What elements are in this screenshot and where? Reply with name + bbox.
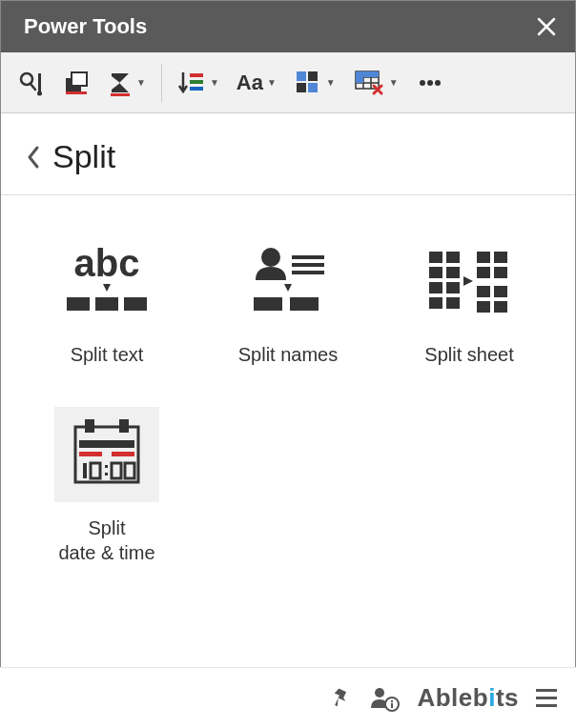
tile-label: Split text bbox=[71, 342, 144, 367]
svg-rect-36 bbox=[292, 271, 324, 274]
more-icon[interactable] bbox=[410, 62, 450, 104]
svg-rect-42 bbox=[429, 267, 442, 278]
svg-rect-63 bbox=[83, 463, 87, 478]
svg-rect-15 bbox=[308, 83, 318, 92]
svg-rect-61 bbox=[79, 452, 102, 456]
svg-marker-48 bbox=[463, 276, 473, 286]
tile-label: Split date & time bbox=[58, 516, 154, 565]
svg-point-25 bbox=[420, 80, 425, 86]
clear-icon[interactable]: ▼ bbox=[347, 62, 404, 104]
help-people-icon[interactable] bbox=[369, 685, 400, 712]
brand-logo[interactable]: Ablebits bbox=[417, 683, 519, 713]
footer: Ablebits bbox=[0, 667, 576, 728]
svg-point-27 bbox=[435, 80, 441, 86]
svg-marker-29 bbox=[103, 284, 111, 292]
svg-rect-14 bbox=[297, 83, 306, 92]
svg-marker-37 bbox=[284, 284, 292, 292]
titlebar: Power Tools bbox=[1, 1, 575, 52]
svg-rect-12 bbox=[297, 71, 306, 81]
svg-line-1 bbox=[31, 84, 35, 90]
svg-rect-55 bbox=[477, 301, 490, 313]
svg-rect-10 bbox=[190, 80, 203, 84]
chevron-down-icon: ▼ bbox=[389, 77, 399, 88]
svg-rect-38 bbox=[254, 297, 282, 311]
smart-toolbar-icon[interactable] bbox=[10, 62, 51, 104]
svg-rect-9 bbox=[190, 73, 203, 77]
menu-icon[interactable] bbox=[536, 689, 557, 707]
split-names-icon bbox=[236, 233, 340, 329]
svg-rect-11 bbox=[190, 87, 203, 91]
merge-icon[interactable]: ▼ bbox=[288, 62, 341, 104]
svg-rect-64 bbox=[91, 463, 100, 478]
tile-label: Split sheet bbox=[424, 342, 513, 367]
svg-rect-43 bbox=[446, 267, 460, 278]
chevron-left-icon bbox=[26, 144, 41, 171]
svg-rect-2 bbox=[38, 73, 41, 92]
svg-rect-21 bbox=[356, 71, 363, 77]
svg-rect-39 bbox=[290, 297, 319, 311]
svg-rect-6 bbox=[66, 91, 87, 94]
svg-rect-50 bbox=[494, 252, 507, 263]
split-date-time-icon bbox=[54, 407, 159, 502]
svg-rect-58 bbox=[85, 419, 94, 433]
svg-rect-45 bbox=[446, 282, 460, 293]
svg-rect-60 bbox=[79, 440, 134, 448]
svg-rect-46 bbox=[429, 297, 442, 309]
chevron-down-icon: ▼ bbox=[136, 77, 146, 88]
chevron-down-icon: ▼ bbox=[326, 77, 336, 88]
svg-rect-62 bbox=[112, 452, 134, 456]
app-title: Power Tools bbox=[24, 14, 147, 39]
svg-rect-35 bbox=[292, 263, 324, 267]
svg-rect-31 bbox=[95, 297, 118, 311]
svg-rect-13 bbox=[308, 71, 318, 81]
chevron-down-icon: ▼ bbox=[267, 77, 277, 88]
svg-rect-65 bbox=[105, 465, 108, 468]
svg-rect-49 bbox=[477, 252, 490, 263]
sum-icon[interactable]: ▼ bbox=[102, 62, 152, 104]
svg-rect-54 bbox=[494, 286, 507, 297]
svg-rect-68 bbox=[125, 463, 134, 478]
svg-rect-41 bbox=[446, 252, 460, 263]
tile-split-names[interactable]: Split names bbox=[207, 228, 369, 373]
svg-point-33 bbox=[261, 248, 280, 267]
svg-text:abc: abc bbox=[74, 244, 140, 284]
page-title: Split bbox=[52, 138, 115, 175]
content: Split abc Split text bbox=[1, 113, 575, 571]
tile-split-text[interactable]: abc Split text bbox=[26, 228, 188, 373]
svg-rect-40 bbox=[429, 252, 442, 263]
split-sheet-icon bbox=[417, 233, 522, 329]
svg-rect-53 bbox=[477, 286, 490, 297]
close-icon[interactable] bbox=[535, 15, 558, 38]
tile-label: Split names bbox=[238, 342, 339, 367]
tile-split-sheet[interactable]: Split sheet bbox=[388, 228, 550, 373]
text-case-icon[interactable]: Aa ▼ bbox=[231, 62, 282, 104]
svg-rect-66 bbox=[105, 473, 108, 475]
svg-rect-23 bbox=[371, 71, 379, 77]
svg-rect-22 bbox=[363, 71, 371, 77]
tool-grid: abc Split text bbox=[26, 195, 550, 571]
split-text-icon: abc bbox=[54, 233, 159, 329]
svg-point-71 bbox=[391, 699, 393, 701]
chevron-down-icon: ▼ bbox=[210, 77, 219, 88]
tile-split-date-time[interactable]: Split date & time bbox=[26, 401, 188, 571]
svg-rect-34 bbox=[292, 255, 324, 259]
svg-rect-47 bbox=[446, 297, 460, 309]
toolbar: ▼ ▼ Aa ▼ ▼ bbox=[1, 52, 575, 113]
svg-rect-44 bbox=[429, 282, 442, 293]
svg-rect-59 bbox=[119, 419, 129, 433]
sort-icon[interactable]: ▼ bbox=[172, 62, 225, 104]
dedupe-icon[interactable] bbox=[56, 62, 96, 104]
svg-rect-24 bbox=[356, 77, 363, 83]
svg-rect-72 bbox=[391, 703, 393, 708]
breadcrumb-back[interactable]: Split bbox=[26, 132, 550, 194]
svg-rect-51 bbox=[477, 267, 490, 278]
svg-point-69 bbox=[375, 688, 384, 698]
toolbar-separator bbox=[161, 64, 162, 102]
svg-point-3 bbox=[37, 91, 42, 95]
svg-rect-30 bbox=[67, 297, 90, 311]
svg-rect-67 bbox=[112, 463, 121, 478]
svg-rect-52 bbox=[494, 267, 507, 278]
svg-rect-7 bbox=[111, 93, 130, 96]
svg-point-26 bbox=[427, 80, 433, 86]
pin-icon[interactable] bbox=[327, 686, 352, 711]
